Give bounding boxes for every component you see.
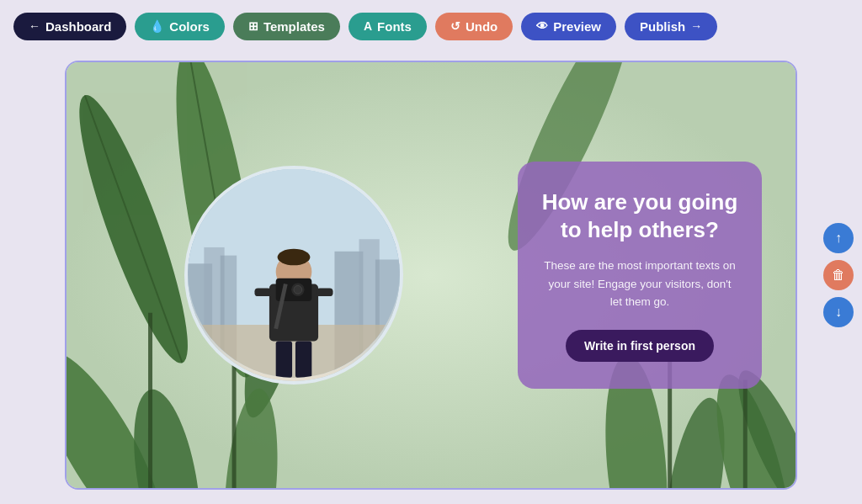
svg-rect-34	[254, 288, 270, 296]
svg-rect-37	[276, 341, 292, 378]
svg-rect-38	[295, 341, 311, 378]
move-down-button[interactable]: ↓	[823, 297, 854, 327]
colors-label: Colors	[169, 19, 210, 34]
card-subtext: These are the most important texts on yo…	[541, 257, 738, 311]
svg-rect-25	[375, 259, 400, 378]
delete-button[interactable]: 🗑	[823, 260, 854, 290]
publish-label: Publish	[640, 19, 685, 34]
publish-button[interactable]: Publish →	[625, 13, 717, 40]
move-up-button[interactable]: ↑	[823, 223, 854, 253]
side-actions: ↑ 🗑 ↓	[823, 223, 854, 327]
photographer-photo	[184, 166, 403, 385]
preview-icon: 👁	[536, 19, 548, 33]
hero-background: How are you going to help others? These …	[67, 62, 795, 488]
back-arrow-icon: ←	[29, 19, 40, 33]
dashboard-button[interactable]: ← Dashboard	[13, 13, 126, 40]
fonts-icon: A	[364, 19, 372, 33]
fonts-label: Fonts	[377, 19, 412, 34]
colors-icon: 💧	[150, 19, 164, 33]
fonts-button[interactable]: A Fonts	[349, 13, 427, 40]
preview-button[interactable]: 👁 Preview	[521, 13, 616, 40]
undo-button[interactable]: ↺ Undo	[435, 13, 513, 40]
templates-label: Templates	[263, 19, 325, 34]
card-heading: How are you going to help others?	[541, 188, 738, 243]
undo-label: Undo	[466, 19, 498, 34]
main-area: How are you going to help others? These …	[0, 52, 862, 498]
svg-point-30	[278, 249, 311, 265]
photographer-image	[188, 169, 400, 381]
templates-icon: ⊞	[248, 19, 258, 33]
navbar: ← Dashboard 💧 Colors ⊞ Templates A Fonts…	[0, 0, 862, 52]
canvas: How are you going to help others? These …	[65, 61, 797, 490]
dashboard-label: Dashboard	[45, 19, 111, 34]
svg-rect-35	[317, 288, 333, 296]
undo-icon: ↺	[450, 19, 460, 33]
colors-button[interactable]: 💧 Colors	[135, 13, 225, 40]
svg-point-33	[294, 285, 302, 294]
write-first-person-button[interactable]: Write in first person	[566, 330, 714, 362]
publish-arrow-icon: →	[690, 19, 702, 33]
templates-button[interactable]: ⊞ Templates	[233, 13, 340, 40]
preview-label: Preview	[553, 19, 601, 34]
city-background	[188, 166, 400, 381]
content-card: How are you going to help others? These …	[518, 162, 762, 389]
